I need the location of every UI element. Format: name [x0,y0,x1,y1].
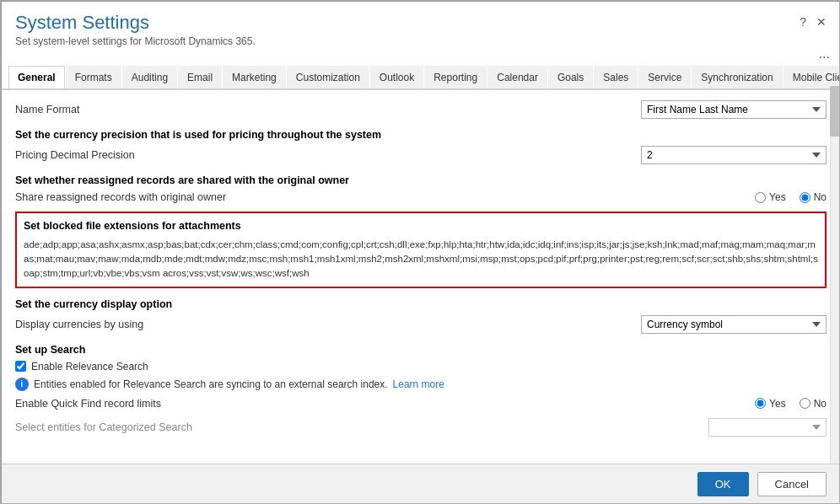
pricing-decimal-label: Pricing Decimal Precision [15,149,251,161]
pricing-decimal-row: Pricing Decimal Precision 012345 [15,146,827,164]
ellipsis-bar: ··· [2,51,840,64]
reassigned-header: Set whether reassigned records are share… [15,174,827,186]
share-reassigned-control: Yes No [251,191,827,203]
enable-relevance-row: Enable Relevance Search [15,361,827,373]
display-currencies-control: Currency symbol Currency code [251,315,827,334]
quick-find-no[interactable]: No [800,398,827,410]
cancel-button[interactable]: Cancel [757,472,827,496]
pricing-decimal-dropdown[interactable]: 012345 [641,146,827,164]
share-reassigned-no[interactable]: No [800,191,827,203]
share-reassigned-label: Share reassigned records with original o… [15,191,251,203]
quick-find-row: Enable Quick Find record limits Yes No [15,398,827,410]
name-format-row: Name Format First Name Last Name Last Na… [15,100,827,119]
share-reassigned-row: Share reassigned records with original o… [15,191,827,203]
window: System Settings Set system-level setting… [1,1,840,504]
enable-relevance-checkbox[interactable] [15,361,26,372]
tab-customization[interactable]: Customization [287,66,369,88]
quick-find-radio-group: Yes No [755,398,827,410]
title-bar: System Settings Set system-level setting… [2,2,840,51]
title-bar-controls: ? ✕ [800,15,827,29]
quick-find-yes[interactable]: Yes [755,398,786,410]
tab-email[interactable]: Email [178,66,222,88]
search-header: Set up Search [15,344,827,356]
tab-goals[interactable]: Goals [548,66,593,88]
select-entities-dropdown[interactable] [708,418,827,437]
name-format-dropdown[interactable]: First Name Last Name Last Name First Nam… [641,100,827,119]
tab-marketing[interactable]: Marketing [223,66,286,88]
tab-reporting[interactable]: Reporting [424,66,487,88]
content-area: Name Format First Name Last Name Last Na… [2,90,840,485]
tab-outlook[interactable]: Outlook [370,66,423,88]
help-icon[interactable]: ? [800,15,806,29]
title-bar-left: System Settings Set system-level setting… [15,12,256,47]
footer: OK Cancel [2,464,840,504]
tab-service[interactable]: Service [638,66,691,88]
display-currencies-row: Display currencies by using Currency sym… [15,315,827,334]
select-entities-label: Select entities for Categorized Search [15,421,251,433]
window-title: System Settings [15,12,256,34]
select-entities-control [251,418,827,437]
currency-display-header: Set the currency display option [15,298,827,310]
display-currencies-label: Display currencies by using [15,319,251,330]
ok-button[interactable]: OK [697,472,749,496]
scrollbar-track[interactable] [830,86,840,464]
blocked-extensions-box: Set blocked file extensions for attachme… [15,212,827,288]
info-icon: i [15,378,29,391]
scrollbar-thumb[interactable] [830,86,840,137]
tab-formats[interactable]: Formats [66,66,121,88]
tab-calendar[interactable]: Calendar [487,66,547,88]
window-subtitle: Set system-level settings for Microsoft … [15,35,256,47]
learn-more-link[interactable]: Learn more [393,378,444,390]
relevance-info-text: Entities enabled for Relevance Search ar… [34,378,388,390]
tab-general[interactable]: General [8,66,65,90]
tab-bar: General Formats Auditing Email Marketing… [2,66,840,90]
relevance-info-row: i Entities enabled for Relevance Search … [15,378,827,391]
tab-auditing[interactable]: Auditing [122,66,177,88]
close-icon[interactable]: ✕ [816,15,827,29]
share-reassigned-yes[interactable]: Yes [755,191,786,203]
blocked-extensions-header: Set blocked file extensions for attachme… [24,218,818,234]
display-currencies-dropdown[interactable]: Currency symbol Currency code [641,315,827,334]
tab-synchronization[interactable]: Synchronization [692,66,782,88]
pricing-decimal-control: 012345 [251,146,827,164]
blocked-extensions-text: ade;adp;app;asa;ashx;asmx;asp;bas;bat;cd… [24,238,818,281]
share-reassigned-radio-group: Yes No [755,191,827,203]
tab-mobile-client[interactable]: Mobile Client [783,66,840,88]
select-entities-row: Select entities for Categorized Search [15,418,827,437]
name-format-label: Name Format [15,104,251,115]
quick-find-control: Yes No [251,398,827,410]
tab-sales[interactable]: Sales [594,66,638,88]
currency-precision-header: Set the currency precision that is used … [15,129,827,141]
enable-relevance-label[interactable]: Enable Relevance Search [31,361,148,373]
name-format-control: First Name Last Name Last Name First Nam… [251,100,827,119]
quick-find-label: Enable Quick Find record limits [15,398,251,410]
